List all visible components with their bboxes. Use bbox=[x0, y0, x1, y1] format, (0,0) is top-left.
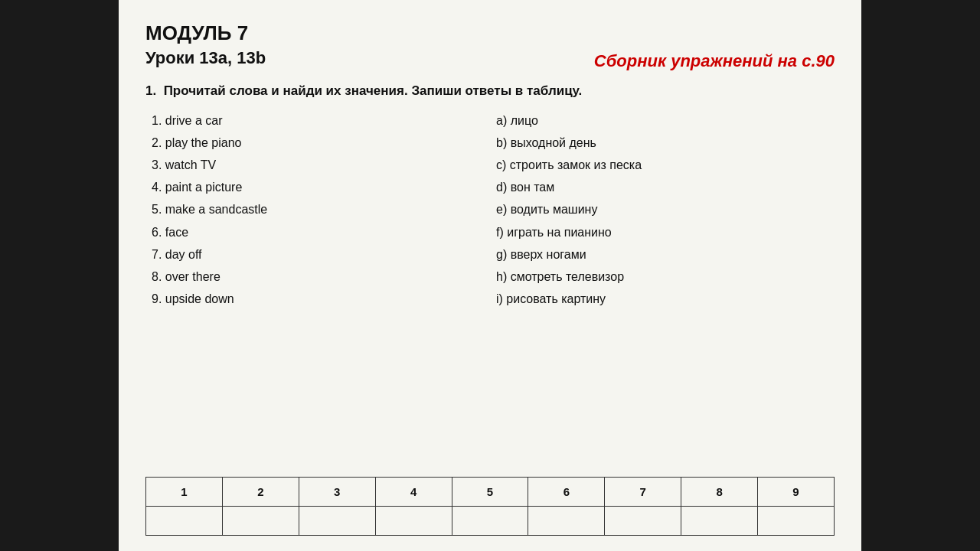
list-item: 7. day off bbox=[145, 244, 490, 265]
list-item: 4. paint a picture bbox=[145, 177, 490, 197]
answer-cell-7[interactable] bbox=[605, 507, 681, 536]
table-header-cell: 8 bbox=[681, 478, 758, 507]
right-sidebar bbox=[861, 0, 980, 551]
table-header-cell: 5 bbox=[452, 478, 528, 507]
table-header-cell: 6 bbox=[528, 478, 605, 507]
answer-cell-8[interactable] bbox=[681, 507, 758, 536]
table-header-row: 1 2 3 4 5 6 7 8 9 bbox=[146, 478, 835, 507]
table-header-cell: 2 bbox=[222, 478, 299, 507]
list-item: 5. make a sandcastle bbox=[145, 199, 490, 220]
list-item: 2. play the piano bbox=[145, 132, 490, 153]
list-item: e) водить машину bbox=[490, 199, 835, 220]
list-item: b) выходной день bbox=[490, 132, 835, 153]
list-item: 9. upside down bbox=[145, 289, 490, 309]
table-header-cell: 3 bbox=[299, 478, 375, 507]
left-sidebar bbox=[0, 0, 119, 551]
vocab-left: 1. drive a car 2. play the piano 3. watc… bbox=[145, 110, 490, 463]
exercise-number: 1. bbox=[145, 83, 156, 98]
list-item: 6. face bbox=[145, 222, 490, 243]
list-item: d) вон там bbox=[490, 177, 835, 197]
table-header-cell: 1 bbox=[146, 478, 223, 507]
table-header-cell: 4 bbox=[375, 478, 452, 507]
answer-cell-9[interactable] bbox=[758, 507, 835, 536]
list-item: 8. over there bbox=[145, 266, 490, 287]
list-item: 3. watch TV bbox=[145, 155, 490, 175]
vocab-right: a) лицо b) выходной день c) строить замо… bbox=[490, 110, 835, 463]
answer-cell-5[interactable] bbox=[452, 507, 528, 536]
exercise-title: 1. Прочитай слова и найди их значения. З… bbox=[145, 82, 835, 101]
list-item: g) вверх ногами bbox=[490, 244, 835, 265]
table-answer-row[interactable] bbox=[146, 507, 835, 536]
module-title: МОДУЛЬ 7 bbox=[145, 21, 835, 45]
subtitle-red: Сборник упражнений на с.90 bbox=[594, 51, 835, 71]
header-row: Уроки 13a, 13b Сборник упражнений на с.9… bbox=[145, 48, 835, 71]
answer-cell-3[interactable] bbox=[299, 507, 375, 536]
vocab-section: 1. drive a car 2. play the piano 3. watc… bbox=[145, 110, 835, 463]
list-item: h) смотреть телевизор bbox=[490, 266, 835, 287]
main-content: МОДУЛЬ 7 Уроки 13a, 13b Сборник упражнен… bbox=[119, 0, 861, 551]
exercise-block: 1. Прочитай слова и найди их значения. З… bbox=[145, 82, 835, 536]
exercise-instruction: Прочитай слова и найди их значения. Запи… bbox=[164, 83, 583, 98]
list-item: a) лицо bbox=[490, 110, 835, 131]
answer-cell-4[interactable] bbox=[375, 507, 452, 536]
answer-table: 1 2 3 4 5 6 7 8 9 bbox=[145, 477, 835, 536]
list-item: 1. drive a car bbox=[145, 110, 490, 131]
list-item: i) рисовать картину bbox=[490, 289, 835, 309]
list-item: c) строить замок из песка bbox=[490, 155, 835, 175]
answer-cell-6[interactable] bbox=[528, 507, 605, 536]
table-header-cell: 9 bbox=[758, 478, 835, 507]
answer-cell-1[interactable] bbox=[146, 507, 223, 536]
answer-cell-2[interactable] bbox=[222, 507, 299, 536]
list-item: f) играть на пианино bbox=[490, 222, 835, 243]
table-header-cell: 7 bbox=[605, 478, 681, 507]
lessons-title: Уроки 13a, 13b bbox=[145, 48, 266, 68]
